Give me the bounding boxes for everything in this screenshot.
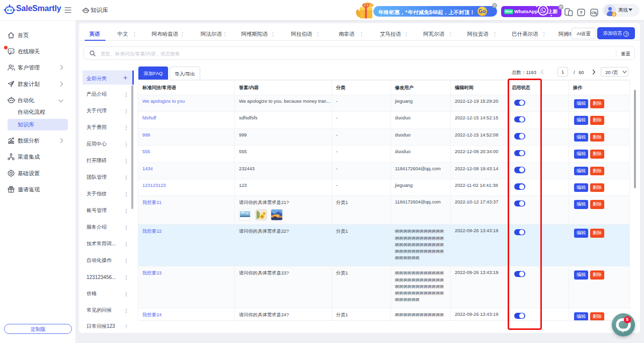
svg-text:CN: CN — [591, 10, 596, 15]
svg-text:?: ? — [580, 10, 583, 15]
